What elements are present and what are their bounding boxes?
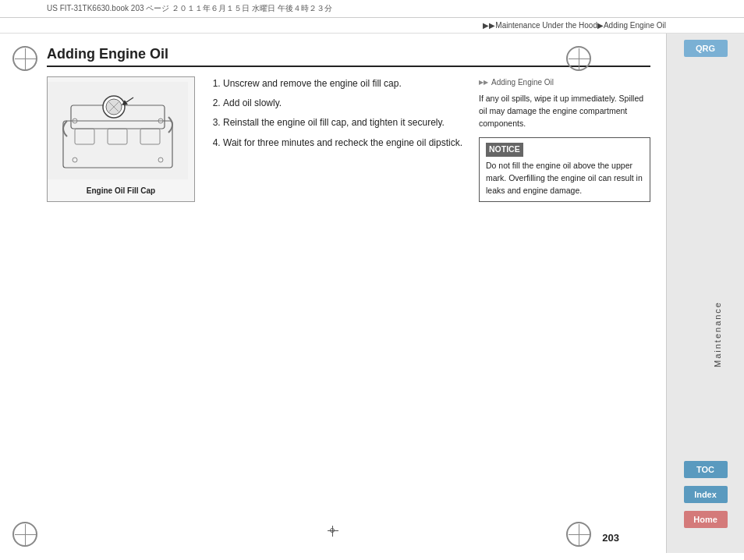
engine-illustration	[48, 82, 194, 183]
step-3: Reinstall the engine oil fill cap, and t…	[223, 115, 463, 130]
corner-circle-br	[566, 522, 591, 547]
index-button[interactable]: Index	[684, 486, 728, 503]
center-bottom-crosshair	[327, 525, 339, 537]
engine-svg	[48, 82, 188, 179]
page-title: Adding Engine Oil	[47, 46, 650, 67]
corner-circle-tr	[566, 46, 591, 71]
top-bar-text: US FIT-31TK6630.book 203 ページ ２０１１年６月１５日 …	[47, 3, 332, 14]
breadcrumb: ▶▶Maintenance Under the Hood▶Adding Engi…	[0, 18, 744, 34]
step-1: Unscrew and remove the engine oil fill c…	[223, 76, 463, 91]
image-caption: Engine Oil Fill Cap	[87, 186, 155, 198]
right-sidebar: QRG Maintenance TOC Index Home	[666, 34, 744, 553]
main-layout: Adding Engine Oil	[0, 34, 744, 553]
qrg-button[interactable]: QRG	[684, 40, 728, 57]
notice-box-text: Do not fill the engine oil above the upp…	[486, 160, 643, 197]
sidebar-vertical-label: Maintenance	[713, 301, 722, 367]
toc-button[interactable]: TOC	[684, 461, 728, 478]
image-box: Engine Oil Fill Cap	[47, 76, 195, 202]
notice-box-title: NOTICE	[486, 143, 523, 157]
step-2: Add oil slowly.	[223, 96, 463, 111]
content-row: Engine Oil Fill Cap Unscrew and remove t…	[47, 76, 650, 202]
step-4: Wait for three minutes and recheck the e…	[223, 136, 463, 151]
page-number: 203	[602, 532, 619, 544]
steps-ol: Unscrew and remove the engine oil fill c…	[211, 76, 463, 151]
steps-list: Unscrew and remove the engine oil fill c…	[211, 76, 463, 202]
page-area: Adding Engine Oil	[0, 34, 666, 553]
notice-section-title: Adding Engine Oil	[479, 76, 650, 88]
notice-text: If any oil spills, wipe it up immediatel…	[479, 93, 650, 129]
notice-box: NOTICE Do not fill the engine oil above …	[479, 137, 650, 202]
notice-column: Adding Engine Oil If any oil spills, wip…	[479, 76, 650, 202]
top-bar: US FIT-31TK6630.book 203 ページ ２０１１年６月１５日 …	[0, 0, 744, 18]
breadcrumb-text: ▶▶Maintenance Under the Hood▶Adding Engi…	[483, 21, 666, 30]
home-button[interactable]: Home	[684, 511, 728, 528]
corner-circle-bl	[12, 522, 37, 547]
corner-circle-tl	[12, 46, 37, 71]
